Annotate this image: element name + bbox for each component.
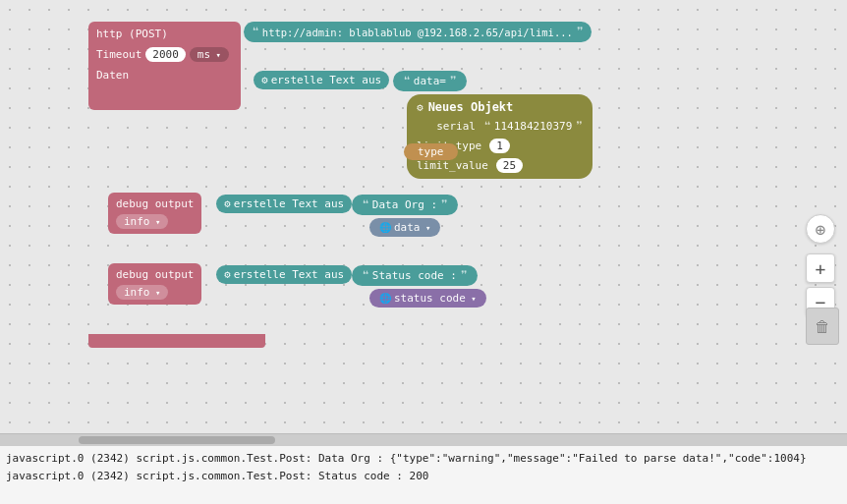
erstelle-text-label: erstelle Text aus xyxy=(271,74,382,86)
erstelle-text-block-2[interactable]: erstelle Text aus xyxy=(216,195,352,213)
connector-bar xyxy=(88,334,265,348)
canvas-area[interactable]: http (POST) Timeout 2000 ms Daten ❝ http… xyxy=(0,0,847,433)
erstelle-text-block[interactable]: erstelle Text aus xyxy=(254,71,389,89)
data-org-label: Data Org : xyxy=(372,198,437,211)
gear-icon-3 xyxy=(224,268,231,281)
globe-icon-2 xyxy=(379,292,391,305)
erstelle-text-label-2: erstelle Text aus xyxy=(234,197,345,210)
quote-serial-open: ❝ xyxy=(483,119,491,134)
quote-org-close: ❞ xyxy=(440,197,448,212)
daten-label: Daten xyxy=(96,69,129,82)
erstelle-text-label-3: erstelle Text aus xyxy=(234,268,345,281)
debug-output-label-2: debug output xyxy=(116,268,194,281)
quote-open-2: ❝ xyxy=(403,74,411,88)
status-code-label: Status code : xyxy=(372,269,457,282)
data-eq-label: data= xyxy=(414,75,446,87)
quote-org-open: ❝ xyxy=(362,197,369,212)
gear-icon-neues xyxy=(417,101,424,114)
gear-icon-1 xyxy=(261,74,268,86)
horizontal-scrollbar[interactable] xyxy=(0,433,847,445)
console-area: javascript.0 (2342) script.js.common.Tes… xyxy=(0,445,847,504)
url-block[interactable]: ❝ http://admin: blablablub @192.168.2.65… xyxy=(244,22,592,42)
serial-value: 114184210379 xyxy=(494,120,572,133)
status-code-var-label: status code xyxy=(394,292,477,305)
timeout-unit-dropdown[interactable]: ms xyxy=(190,47,229,62)
trash-button[interactable]: 🗑 xyxy=(806,308,839,345)
gear-icon-2 xyxy=(224,197,231,210)
console-line-2: javascript.0 (2342) script.js.common.Tes… xyxy=(6,468,841,485)
http-post-block[interactable]: http (POST) Timeout 2000 ms Daten xyxy=(88,22,241,110)
debug-output-label-1: debug output xyxy=(116,197,194,210)
zoom-in-button[interactable]: + xyxy=(806,253,835,283)
data-eq-block[interactable]: ❝ data= ❞ xyxy=(393,71,467,91)
data-var-block[interactable]: data xyxy=(369,218,440,237)
plus-icon: + xyxy=(816,258,826,279)
globe-icon-1 xyxy=(379,221,391,234)
timeout-label: Timeout xyxy=(96,48,141,61)
quote-open-icon: ❝ xyxy=(252,25,259,39)
type-badge: type xyxy=(404,143,458,160)
quote-status-open: ❝ xyxy=(362,268,369,283)
scrollbar-thumb[interactable] xyxy=(79,436,275,444)
erstelle-text-block-3[interactable]: erstelle Text aus xyxy=(216,265,352,284)
quote-status-close: ❞ xyxy=(460,268,468,283)
trash-icon: 🗑 xyxy=(815,317,830,336)
timeout-value[interactable]: 2000 xyxy=(145,47,186,62)
data-org-block[interactable]: ❝ Data Org : ❞ xyxy=(352,195,458,215)
console-line-1: javascript.0 (2342) script.js.common.Tes… xyxy=(6,450,841,468)
neues-objekt-label: Neues Objekt xyxy=(428,100,514,114)
info-label-1: info xyxy=(116,214,168,229)
url-text: http://admin: blablablub @192.168.2.65/a… xyxy=(262,27,573,38)
quote-serial-close: ❞ xyxy=(575,119,583,134)
limit-type-value[interactable]: 1 xyxy=(489,139,510,153)
data-var-label: data xyxy=(394,221,430,234)
debug-output-block-2[interactable]: debug output info xyxy=(108,263,201,305)
compass-button[interactable]: ⊕ xyxy=(806,214,835,244)
quote-close-2: ❞ xyxy=(449,74,457,88)
quote-close-icon: ❞ xyxy=(576,25,584,39)
info-label-2: info xyxy=(116,285,168,300)
debug-output-block-1[interactable]: debug output info xyxy=(108,193,201,234)
limit-value-label: limit_value xyxy=(417,159,488,172)
status-code-var-block[interactable]: status code xyxy=(369,289,486,308)
http-post-label: http (POST) xyxy=(96,28,168,40)
serial-label: serial xyxy=(417,120,476,133)
compass-icon: ⊕ xyxy=(816,219,826,240)
limit-value-value[interactable]: 25 xyxy=(496,158,523,173)
neues-objekt-block[interactable]: Neues Objekt serial ❝ 114184210379 ❞ lim… xyxy=(407,94,593,179)
status-code-block[interactable]: ❝ Status code : ❞ xyxy=(352,265,478,286)
